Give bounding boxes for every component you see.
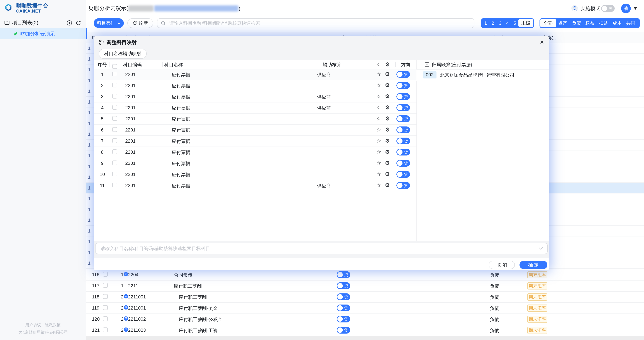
filter-chip-3[interactable]: 3 bbox=[496, 19, 504, 27]
direction-toggle[interactable]: 贷 bbox=[396, 71, 410, 78]
filter-chip-权益[interactable]: 权益 bbox=[583, 19, 597, 27]
table-row[interactable]: 121 2末 2211003 应付职工薪酬-工资 贷 负债 期末汇率 bbox=[86, 325, 644, 336]
row-checkbox[interactable] bbox=[112, 183, 117, 187]
cancel-button[interactable]: 取 消 bbox=[489, 261, 515, 269]
row-checkbox[interactable] bbox=[112, 83, 117, 87]
star-icon[interactable]: ☆ bbox=[376, 182, 381, 189]
target-book-entry[interactable]: 002 北京财咖食品品牌管理运营有限公司 bbox=[416, 70, 549, 81]
star-icon[interactable]: ☆ bbox=[376, 104, 381, 111]
privacy-policy-link[interactable]: 隐私政策 bbox=[45, 323, 61, 327]
gear-icon[interactable]: ⚙ bbox=[385, 93, 390, 100]
row-checkbox[interactable] bbox=[112, 149, 117, 154]
close-icon[interactable]: ✕ bbox=[540, 39, 544, 46]
star-icon[interactable]: ☆ bbox=[376, 71, 381, 77]
modal-table-row[interactable]: 10 2201 应付票据 ☆ ⚙ 贷 bbox=[94, 169, 416, 180]
gear-icon[interactable]: ⚙ bbox=[385, 160, 390, 166]
direction-toggle[interactable]: 贷 bbox=[396, 126, 410, 133]
direction-toggle[interactable]: 贷 bbox=[396, 82, 410, 89]
direction-toggle[interactable]: 贷 bbox=[396, 137, 410, 144]
filter-chip-4[interactable]: 4 bbox=[504, 19, 511, 27]
star-icon[interactable]: ☆ bbox=[376, 160, 381, 166]
modal-table-row[interactable]: 3 2201 应付票据 供应商 ☆ ⚙ 贷 bbox=[94, 91, 416, 102]
direction-toggle[interactable]: 贷 bbox=[337, 282, 350, 289]
name-aux-mapping-button[interactable]: 科目名称辅助映射 bbox=[99, 49, 147, 59]
refresh-button[interactable]: 刷新 bbox=[127, 18, 153, 28]
filter-chip-5[interactable]: 5 bbox=[511, 19, 518, 27]
filter-chip-末级[interactable]: 末级 bbox=[518, 19, 533, 27]
filter-chip-负债[interactable]: 负债 bbox=[570, 19, 583, 27]
star-icon[interactable]: ☆ bbox=[376, 149, 381, 155]
user-agreement-link[interactable]: 用户协议 bbox=[25, 323, 41, 327]
direction-toggle[interactable]: 贷 bbox=[337, 304, 350, 311]
search-input[interactable] bbox=[168, 20, 474, 26]
table-row[interactable]: 116 1末 2204 合同负债 贷 负债 期末汇率 bbox=[86, 269, 644, 280]
row-checkbox[interactable] bbox=[112, 72, 117, 76]
modal-table-row[interactable]: 7 2201 应付票据 ☆ ⚙ 贷 bbox=[94, 136, 416, 147]
star-icon[interactable]: ☆ bbox=[376, 82, 381, 88]
star-icon[interactable]: ☆ bbox=[376, 171, 381, 177]
add-project-icon[interactable] bbox=[66, 20, 72, 26]
row-checkbox[interactable] bbox=[103, 316, 108, 321]
direction-toggle[interactable]: 贷 bbox=[396, 171, 410, 178]
direction-toggle[interactable]: 贷 bbox=[396, 182, 410, 189]
direction-toggle[interactable]: 贷 bbox=[396, 93, 410, 100]
table-row[interactable]: 120 2末 2211002 应付职工薪酬-公积金 贷 负债 期末汇率 bbox=[86, 314, 644, 325]
direction-toggle[interactable]: 贷 bbox=[396, 104, 410, 111]
gear-icon[interactable]: ⚙ bbox=[385, 171, 390, 177]
row-checkbox[interactable] bbox=[112, 94, 117, 99]
modal-table-row[interactable]: 1 2201 应付票据 供应商 ☆ ⚙ 贷 bbox=[94, 69, 416, 80]
row-checkbox[interactable] bbox=[103, 272, 108, 277]
caret-down-icon[interactable] bbox=[634, 7, 637, 10]
modal-table-row[interactable]: 11 2201 应付票据 供应商 ☆ ⚙ 贷 bbox=[94, 180, 416, 191]
modal-table-row[interactable]: 6 2201 应付票据 ☆ ⚙ 贷 bbox=[94, 125, 416, 136]
gear-icon[interactable]: ⚙ bbox=[385, 61, 390, 68]
filter-chip-全部[interactable]: 全部 bbox=[540, 19, 556, 27]
direction-toggle[interactable]: 贷 bbox=[337, 327, 350, 333]
star-icon[interactable]: ☆ bbox=[376, 115, 381, 122]
star-icon[interactable]: ☆ bbox=[376, 61, 381, 68]
modal-table-row[interactable]: 8 2201 应付票据 ☆ ⚙ 贷 bbox=[94, 147, 416, 158]
modal-table-row[interactable]: 4 2201 应付票据 供应商 ☆ ⚙ 贷 bbox=[94, 102, 416, 114]
impl-mode-toggle[interactable]: 关 bbox=[601, 5, 615, 12]
gear-icon[interactable]: ⚙ bbox=[385, 149, 390, 155]
gear-icon[interactable]: ⚙ bbox=[385, 137, 390, 144]
avatar[interactable]: 演 bbox=[621, 4, 631, 13]
direction-toggle[interactable]: 贷 bbox=[396, 115, 410, 122]
filter-chip-2[interactable]: 2 bbox=[489, 19, 496, 27]
modal-table-row[interactable]: 9 2201 应付票据 ☆ ⚙ 贷 bbox=[94, 158, 416, 169]
row-checkbox[interactable] bbox=[103, 283, 108, 288]
modal-select-all-checkbox[interactable] bbox=[112, 64, 117, 69]
gear-icon[interactable]: ⚙ bbox=[385, 71, 390, 77]
gear-icon[interactable]: ⚙ bbox=[385, 115, 390, 122]
gear-icon[interactable]: ⚙ bbox=[385, 126, 390, 133]
star-icon[interactable]: ☆ bbox=[376, 126, 381, 133]
modal-table-row[interactable]: 5 2201 应付票据 ☆ ⚙ 贷 bbox=[94, 114, 416, 125]
row-checkbox[interactable] bbox=[112, 127, 117, 132]
chevron-down-icon[interactable] bbox=[538, 247, 543, 250]
row-checkbox[interactable] bbox=[103, 327, 108, 332]
row-checkbox[interactable] bbox=[112, 116, 117, 121]
confirm-button[interactable]: 确 定 bbox=[520, 261, 548, 269]
row-checkbox[interactable] bbox=[103, 294, 108, 299]
direction-toggle[interactable]: 贷 bbox=[396, 149, 410, 155]
gear-icon[interactable]: ⚙ bbox=[385, 82, 390, 88]
subject-menu-button[interactable]: 科目整理 bbox=[94, 18, 124, 28]
star-icon[interactable]: ☆ bbox=[376, 93, 381, 100]
filter-chip-资产[interactable]: 资产 bbox=[556, 19, 570, 27]
gear-icon[interactable]: ⚙ bbox=[385, 104, 390, 111]
filter-chip-损益[interactable]: 损益 bbox=[597, 19, 610, 27]
direction-toggle[interactable]: 贷 bbox=[337, 293, 350, 300]
table-row[interactable]: 117 1 2211 应付职工薪酬 贷 负债 期末汇率 bbox=[86, 280, 644, 292]
row-checkbox[interactable] bbox=[112, 105, 117, 110]
filter-chip-成本[interactable]: 成本 bbox=[610, 19, 624, 27]
table-row[interactable]: 118 2末 2211001 应付职工薪酬 贷 负债 期末汇率 bbox=[86, 292, 644, 303]
direction-toggle[interactable]: 贷 bbox=[337, 316, 350, 322]
table-row[interactable]: 119 2末 2211001 应付职工薪酬-奖金 贷 负债 期末汇率 bbox=[86, 303, 644, 314]
filter-chip-共同[interactable]: 共同 bbox=[624, 19, 638, 27]
direction-toggle[interactable]: 贷 bbox=[396, 160, 410, 166]
direction-toggle[interactable]: 贷 bbox=[337, 271, 350, 278]
refresh-projects-icon[interactable] bbox=[76, 20, 81, 26]
row-checkbox[interactable] bbox=[112, 138, 117, 143]
sidebar-item-project[interactable]: 财咖分析云演示 bbox=[0, 28, 87, 39]
row-checkbox[interactable] bbox=[103, 305, 108, 310]
